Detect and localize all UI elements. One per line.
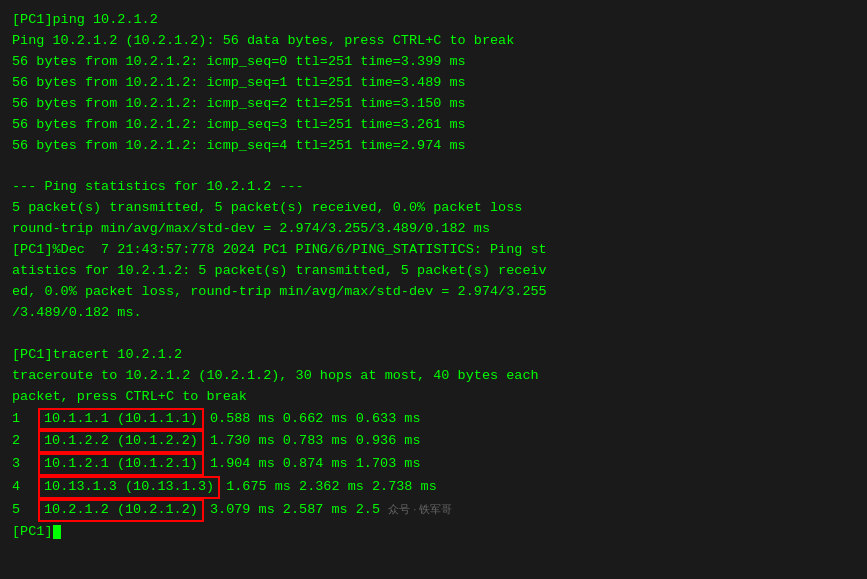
prompt-label: [PC1] — [12, 524, 53, 539]
ping-log2: atistics for 10.2.1.2: 5 packet(s) trans… — [12, 263, 547, 278]
tracert-ip-1: 10.1.1.1 (10.1.1.1) — [38, 408, 204, 431]
ping-stats-header: --- Ping statistics for 10.2.1.2 --- — [12, 179, 304, 194]
ping-stats1: 5 packet(s) transmitted, 5 packet(s) rec… — [12, 200, 522, 215]
tracert-ip-3: 10.1.2.1 (10.1.2.1) — [38, 453, 204, 476]
ping-seq4-line: 56 bytes from 10.2.1.2: icmp_seq=4 ttl=2… — [12, 138, 466, 153]
tracert-times-3: 1.904 ms 0.874 ms 1.703 ms — [210, 454, 421, 475]
tracert-ip-4: 10.13.1.3 (10.13.1.3) — [38, 476, 220, 499]
tracert-ip-5: 10.2.1.2 (10.2.1.2) — [38, 499, 204, 522]
tracert-row-1: 1 10.1.1.1 (10.1.1.1) 0.588 ms 0.662 ms … — [12, 408, 855, 431]
tracert-times-4: 1.675 ms 2.362 ms 2.738 ms — [226, 477, 437, 498]
tracert-num-4: 4 — [12, 477, 32, 498]
tracert-num-3: 3 — [12, 454, 32, 475]
tracert-header1: traceroute to 10.2.1.2 (10.2.1.2), 30 ho… — [12, 368, 539, 383]
ping-log4: /3.489/0.182 ms. — [12, 305, 142, 320]
terminal-prompt-end: [PC1] — [12, 522, 855, 543]
terminal-window: [PC1]ping 10.2.1.2 Ping 10.2.1.2 (10.2.1… — [0, 0, 867, 579]
ping-seq3-line: 56 bytes from 10.2.1.2: icmp_seq=3 ttl=2… — [12, 117, 466, 132]
tracert-num-1: 1 — [12, 409, 32, 430]
watermark-inline: 众号 · 铁军哥 — [388, 501, 452, 518]
tracert-header2: packet, press CTRL+C to break — [12, 389, 247, 404]
tracert-row-5: 5 10.2.1.2 (10.2.1.2) 3.079 ms 2.587 ms … — [12, 499, 855, 522]
tracert-row-3: 3 10.1.2.1 (10.1.2.1) 1.904 ms 0.874 ms … — [12, 453, 855, 476]
ping-header-line: Ping 10.2.1.2 (10.2.1.2): 56 data bytes,… — [12, 33, 514, 48]
tracert-ip-2: 10.1.2.2 (10.1.2.2) — [38, 430, 204, 453]
tracert-results: 1 10.1.1.1 (10.1.1.1) 0.588 ms 0.662 ms … — [12, 408, 855, 522]
ping-log3: ed, 0.0% packet loss, round-trip min/avg… — [12, 284, 547, 299]
ping-seq2-line: 56 bytes from 10.2.1.2: icmp_seq=2 ttl=2… — [12, 96, 466, 111]
tracert-num-2: 2 — [12, 431, 32, 452]
ping-log1: [PC1]%Dec 7 21:43:57:778 2024 PC1 PING/6… — [12, 242, 547, 257]
ping-cmd-line: [PC1]ping 10.2.1.2 — [12, 12, 158, 27]
tracert-row-4: 4 10.13.1.3 (10.13.1.3) 1.675 ms 2.362 m… — [12, 476, 855, 499]
ping-stats2: round-trip min/avg/max/std-dev = 2.974/3… — [12, 221, 490, 236]
tracert-cmd: [PC1]tracert 10.2.1.2 — [12, 347, 182, 362]
tracert-times-5: 3.079 ms 2.587 ms 2.5 — [210, 500, 380, 521]
tracert-row-2: 2 10.1.2.2 (10.1.2.2) 1.730 ms 0.783 ms … — [12, 430, 855, 453]
terminal-output: [PC1]ping 10.2.1.2 Ping 10.2.1.2 (10.2.1… — [12, 10, 855, 408]
tracert-times-1: 0.588 ms 0.662 ms 0.633 ms — [210, 409, 421, 430]
cursor-block — [53, 525, 61, 539]
ping-seq0-line: 56 bytes from 10.2.1.2: icmp_seq=0 ttl=2… — [12, 54, 466, 69]
tracert-times-2: 1.730 ms 0.783 ms 0.936 ms — [210, 431, 421, 452]
ping-seq1-line: 56 bytes from 10.2.1.2: icmp_seq=1 ttl=2… — [12, 75, 466, 90]
tracert-num-5: 5 — [12, 500, 32, 521]
